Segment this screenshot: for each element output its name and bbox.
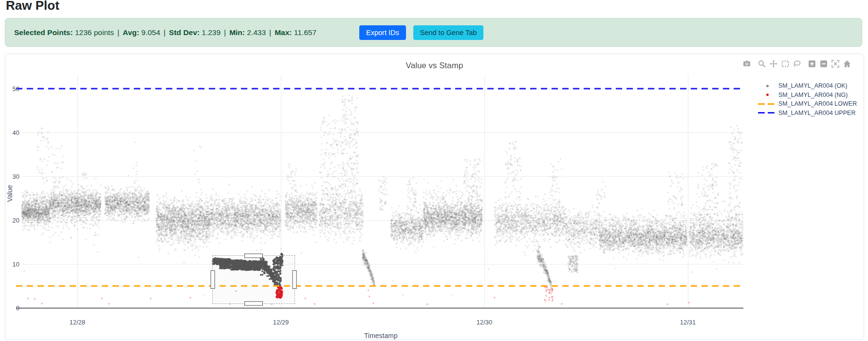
y-tick-label: 10 xyxy=(6,261,19,268)
legend: SM_LAMYL_AR004 (OK)SM_LAMYL_AR004 (NG)SM… xyxy=(758,81,857,117)
legend-dot-marker xyxy=(758,94,776,96)
page: Raw Plot Selected Points: 1236 points|Av… xyxy=(0,0,868,341)
plot-area[interactable] xyxy=(5,54,864,340)
stat-label: Max: xyxy=(275,28,292,37)
zoom-out-icon[interactable] xyxy=(820,60,828,68)
x-axis-title: Timestamp xyxy=(364,332,398,340)
y-tick-label: 20 xyxy=(6,217,19,224)
stats-buttons: Export IDs Send to Gene Tab xyxy=(359,25,483,40)
modebar-group xyxy=(743,60,751,68)
legend-item-ng[interactable]: SM_LAMYL_AR004 (NG) xyxy=(758,91,857,100)
stat-separator: | xyxy=(114,28,123,37)
y-tick-label: 40 xyxy=(6,129,19,136)
home-icon[interactable] xyxy=(843,60,851,68)
stat-separator: | xyxy=(160,28,169,37)
stat-value: 1236 points xyxy=(75,28,114,37)
modebar-group xyxy=(758,60,801,68)
selection-handle-bottom[interactable] xyxy=(244,302,263,306)
box-select-icon[interactable] xyxy=(781,60,789,68)
stat-label: Std Dev: xyxy=(169,28,200,37)
stat-label: Selected Points: xyxy=(14,28,73,37)
selection-handle-top[interactable] xyxy=(244,254,263,258)
zoom-in-icon[interactable] xyxy=(808,60,816,68)
stat-separator: | xyxy=(266,28,275,37)
stat-value: 11.657 xyxy=(294,28,316,37)
page-title: Raw Plot xyxy=(6,0,59,13)
stat-label: Avg: xyxy=(123,28,139,37)
legend-label: SM_LAMYL_AR004 (OK) xyxy=(778,82,848,89)
legend-item-upper[interactable]: SM_LAMYL_AR004 UPPER xyxy=(758,109,857,118)
legend-dash-marker xyxy=(758,103,776,105)
zoom-icon[interactable] xyxy=(758,60,766,68)
selection-box[interactable] xyxy=(212,255,295,304)
lasso-icon[interactable] xyxy=(793,60,801,68)
chart-title: Value vs Stamp xyxy=(5,61,864,71)
pan-icon[interactable] xyxy=(770,60,777,68)
export-ids-button[interactable]: Export IDs xyxy=(359,25,406,40)
autoscale-icon[interactable] xyxy=(831,60,839,68)
stat-value: 2.433 xyxy=(247,28,266,37)
y-tick-label: 50 xyxy=(6,85,19,93)
stat-value: 9.054 xyxy=(141,28,160,37)
legend-dot-marker xyxy=(758,85,776,87)
legend-label: SM_LAMYL_AR004 (NG) xyxy=(778,92,848,98)
x-tick-label: 12/31 xyxy=(680,319,696,326)
legend-label: SM_LAMYL_AR004 LOWER xyxy=(778,100,857,107)
x-tick-label: 12/30 xyxy=(477,319,493,326)
legend-dash-marker xyxy=(758,112,776,114)
send-to-gene-tab-button[interactable]: Send to Gene Tab xyxy=(413,25,484,40)
stat-separator: | xyxy=(221,28,229,37)
selection-handle-left[interactable] xyxy=(211,270,215,289)
selection-handle-right[interactable] xyxy=(293,270,297,289)
stat-value: 1.239 xyxy=(202,28,221,37)
camera-icon[interactable] xyxy=(743,60,751,68)
y-tick-label: 0 xyxy=(6,304,19,312)
selection-stats-bar: Selected Points: 1236 points|Avg: 9.054|… xyxy=(5,18,862,47)
y-tick-label: 30 xyxy=(6,173,19,180)
legend-label: SM_LAMYL_AR004 UPPER xyxy=(778,110,855,116)
x-tick-label: 12/28 xyxy=(70,319,86,326)
chart-card: Value vs Stamp SM_LAMYL_AR004 (OK)SM_LAM… xyxy=(5,54,864,340)
legend-item-ok[interactable]: SM_LAMYL_AR004 (OK) xyxy=(758,81,857,91)
legend-item-lower[interactable]: SM_LAMYL_AR004 LOWER xyxy=(758,99,857,109)
modebar-group xyxy=(808,60,851,68)
x-tick-label: 12/29 xyxy=(273,319,289,326)
selection-stats-text: Selected Points: 1236 points|Avg: 9.054|… xyxy=(14,28,316,37)
plotly-modebar xyxy=(736,60,851,68)
y-axis-title: Value xyxy=(6,185,14,202)
stat-label: Min: xyxy=(229,28,245,37)
